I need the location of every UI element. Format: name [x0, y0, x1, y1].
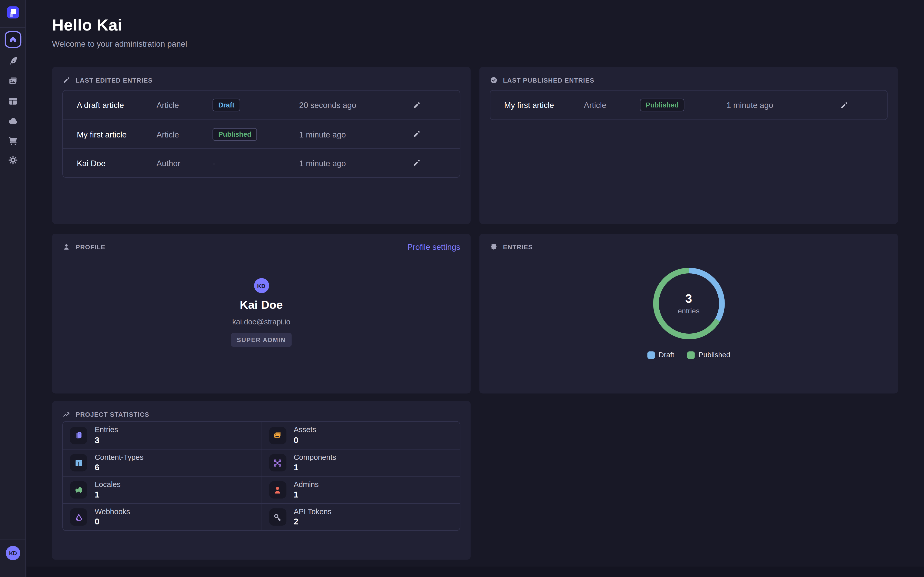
media-library-icon [7, 76, 18, 87]
edit-entry-button[interactable] [412, 101, 421, 110]
sidebar-user-avatar[interactable]: KD [6, 546, 20, 560]
edit-entry-button[interactable] [839, 101, 848, 110]
legend-swatch-published [687, 351, 695, 358]
sidebar-item-marketplace[interactable] [7, 135, 18, 146]
sidebar-divider [0, 27, 26, 28]
last-published-entries-panel: LAST PUBLISHED ENTRIES My first article … [480, 67, 898, 224]
images-icon [269, 427, 286, 444]
sidebar-item-content-manager[interactable] [7, 55, 18, 66]
role-badge: SUPER ADMIN [231, 333, 292, 347]
entry-type: Article [157, 100, 213, 110]
stat-admins: Admins 1 [261, 476, 460, 503]
home-icon [9, 35, 18, 44]
sidebar-item-cloud[interactable] [7, 115, 18, 126]
entries-panel: ENTRIES 3 entries Draft [480, 234, 898, 393]
legend-item-draft: Draft [647, 351, 674, 359]
content-bottom-edge [27, 567, 924, 577]
components-icon [269, 454, 286, 472]
table-row[interactable]: My first article Article Published 1 min… [63, 119, 460, 148]
chart-legend: Draft Published [647, 351, 730, 359]
entry-name: Kai Doe [77, 158, 157, 168]
stat-components: Components 1 [261, 449, 460, 476]
entry-name: My first article [504, 100, 584, 110]
panel-title: PROFILE [76, 243, 105, 251]
status-badge: Draft [213, 99, 240, 111]
stat-locales: Locales 1 [63, 476, 261, 503]
profile-email: kai.doe@strapi.io [232, 318, 290, 326]
profile-panel: PROFILE Profile settings KD Kai Doe kai.… [52, 234, 471, 393]
last-edited-entries-panel: LAST EDITED ENTRIES A draft article Arti… [52, 67, 471, 224]
table-row[interactable]: A draft article Article Draft 20 seconds… [63, 90, 460, 119]
stat-assets: Assets 0 [261, 422, 460, 449]
status-empty: - [213, 158, 299, 168]
puzzle-icon [490, 243, 498, 251]
status-badge: Published [213, 128, 257, 140]
entries-total: 3 [685, 292, 692, 306]
key-icon [269, 508, 286, 526]
cloud-icon [7, 115, 18, 126]
panel-title: ENTRIES [503, 243, 533, 251]
sidebar-item-media-library[interactable] [7, 76, 18, 87]
last-published-table: My first article Article Published 1 min… [490, 90, 888, 120]
entry-type: Author [157, 158, 213, 168]
content-type-builder-icon [7, 96, 18, 107]
entry-type: Article [157, 129, 213, 139]
profile-name: Kai Doe [240, 298, 283, 311]
table-row[interactable]: My first article Article Published 1 min… [490, 90, 887, 119]
entry-time: 1 minute ago [299, 158, 373, 168]
entry-time: 1 minute ago [299, 129, 373, 139]
sidebar-item-settings[interactable] [7, 155, 18, 166]
legend-swatch-draft [647, 351, 654, 358]
stat-webhooks: Webhooks 0 [63, 503, 261, 530]
page-title: Hello Kai [52, 16, 187, 35]
check-circle-icon [490, 76, 498, 84]
entry-time: 20 seconds ago [299, 100, 373, 110]
webhook-icon [70, 508, 87, 526]
panel-title: PROJECT STATISTICS [76, 411, 149, 418]
stat-api-tokens: API Tokens 2 [261, 503, 460, 530]
document-icon [70, 427, 87, 444]
globe-icon [70, 481, 87, 499]
panel-title: LAST EDITED ENTRIES [76, 77, 153, 84]
page-subtitle: Welcome to your administration panel [52, 39, 187, 48]
entry-time: 1 minute ago [727, 100, 801, 110]
marketplace-cart-icon [7, 135, 18, 146]
panel-title: LAST PUBLISHED ENTRIES [503, 77, 594, 84]
strapi-logo-icon [7, 6, 19, 18]
project-statistics-table: Entries 3 Assets 0 Content-Types 6 [62, 421, 460, 531]
entry-type: Article [584, 100, 640, 110]
sidebar: KD [0, 0, 26, 577]
entries-donut-chart: 3 entries [652, 267, 725, 340]
page-header: Hello Kai Welcome to your administration… [52, 16, 187, 48]
entries-total-label: entries [678, 307, 699, 315]
sidebar-item-home[interactable] [5, 31, 21, 48]
edit-entry-button[interactable] [412, 130, 421, 139]
profile-settings-link[interactable]: Profile settings [407, 242, 460, 251]
table-row[interactable]: Kai Doe Author - 1 minute ago [63, 148, 460, 177]
edit-entry-button[interactable] [412, 159, 421, 168]
settings-gear-icon [7, 155, 18, 166]
avatar: KD [254, 278, 269, 293]
trending-up-icon [62, 410, 71, 419]
sidebar-item-content-type-builder[interactable] [7, 96, 18, 107]
entry-name: A draft article [77, 100, 157, 110]
pencil-icon [62, 76, 71, 84]
layout-icon [70, 454, 87, 472]
stat-entries: Entries 3 [63, 422, 261, 449]
legend-item-published: Published [687, 351, 730, 359]
entry-name: My first article [77, 129, 157, 139]
user-icon [62, 243, 71, 251]
strapi-admin-dashboard: KD Hello Kai Welcome to your administrat… [0, 0, 924, 577]
last-edited-table: A draft article Article Draft 20 seconds… [62, 90, 460, 178]
admin-user-icon [269, 481, 286, 499]
sidebar-divider [0, 540, 26, 540]
feather-icon [7, 55, 18, 66]
status-badge: Published [640, 99, 685, 111]
strapi-logo[interactable] [7, 6, 19, 18]
project-statistics-panel: PROJECT STATISTICS Entries 3 Assets 0 [52, 401, 471, 560]
stat-content-types: Content-Types 6 [63, 449, 261, 476]
